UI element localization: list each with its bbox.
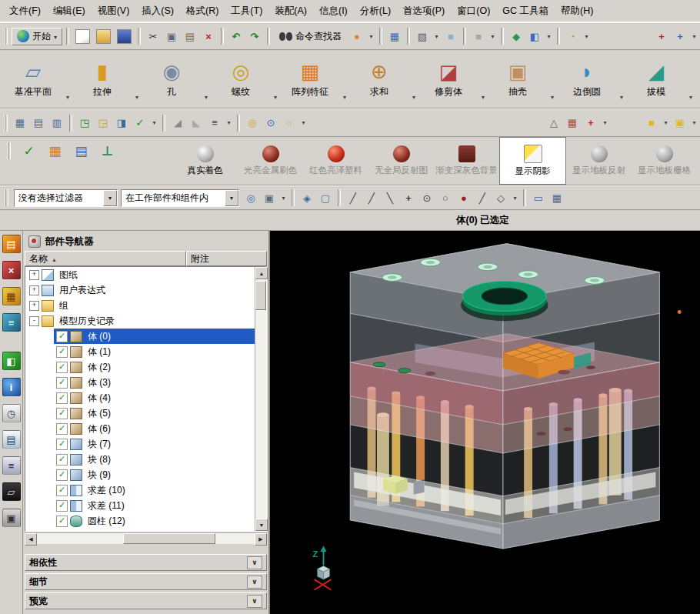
background-swatch-icon[interactable]: ■ bbox=[470, 28, 487, 45]
ribbon-button[interactable]: ▮ 拉伸 bbox=[72, 51, 132, 107]
snap-angle-icon[interactable]: ◎ bbox=[242, 189, 259, 206]
dropdown-caret-icon[interactable]: ▾ bbox=[299, 115, 308, 132]
open-icon[interactable] bbox=[96, 29, 111, 44]
menu-item[interactable]: 编辑(E) bbox=[47, 2, 92, 21]
window-layout-icon[interactable]: ▦ bbox=[386, 28, 403, 45]
tree-checkbox[interactable] bbox=[56, 377, 68, 389]
preview-panel-header[interactable]: 预览 bbox=[25, 592, 267, 609]
menu-item[interactable]: 插入(S) bbox=[135, 2, 180, 21]
tree-node-label[interactable]: 模型历史记录 bbox=[56, 314, 118, 329]
ribbon-button[interactable]: ▦ 阵列特征 bbox=[280, 51, 340, 107]
tree-node-label[interactable]: 体 (3) bbox=[85, 375, 114, 390]
ribbon-dropdown-icon[interactable] bbox=[686, 51, 695, 107]
scroll-down-icon[interactable] bbox=[255, 519, 268, 531]
tree-checkbox[interactable] bbox=[56, 469, 68, 481]
menu-item[interactable]: 窗口(O) bbox=[451, 2, 496, 21]
selection-filter-combo[interactable]: 没有选择过滤器 bbox=[14, 189, 118, 207]
wcs-display-icon[interactable]: + bbox=[653, 28, 670, 45]
bright-brushed-metal-button[interactable]: 光亮金属刷色 bbox=[238, 137, 303, 185]
tree-checkbox[interactable] bbox=[56, 531, 68, 532]
tree-node-label[interactable]: 体 (1) bbox=[85, 345, 114, 359]
datum-grid-icon[interactable]: ▤ bbox=[71, 141, 92, 162]
menu-item[interactable]: 分析(L) bbox=[354, 2, 397, 21]
dropdown-caret-icon[interactable]: ▾ bbox=[662, 115, 670, 132]
pair-select-icon[interactable]: ▭ bbox=[530, 189, 547, 206]
snap-point-on-face-icon[interactable]: ◇ bbox=[492, 189, 509, 206]
reuse-library-icon[interactable]: ≡ bbox=[2, 313, 21, 332]
washer-feature-icon[interactable]: ⊙ bbox=[262, 115, 279, 132]
graphics-viewport[interactable]: Z bbox=[270, 231, 700, 614]
highlight-icon[interactable]: ◈ bbox=[298, 189, 315, 206]
grid-snap-icon[interactable]: ▦ bbox=[548, 189, 565, 206]
ribbon-button[interactable]: ◉ 孔 bbox=[142, 51, 202, 107]
tree-checkbox[interactable] bbox=[56, 485, 68, 496]
paste-icon[interactable]: ▤ bbox=[182, 28, 198, 45]
displayed-part-icon[interactable]: ▦ bbox=[12, 115, 28, 132]
chevron-expand-icon[interactable] bbox=[247, 556, 262, 569]
hd3d-tools-icon[interactable]: ◧ bbox=[2, 352, 21, 370]
combo-dropdown-icon[interactable] bbox=[103, 190, 117, 206]
tree-row[interactable]: 体 (0) bbox=[25, 329, 255, 344]
true-shading-button[interactable]: 真实着色 bbox=[172, 137, 238, 185]
tree-expander-icon[interactable]: + bbox=[29, 285, 39, 295]
dropdown-caret-icon[interactable]: ▾ bbox=[690, 115, 698, 132]
tree-row[interactable]: + 用户表达式 bbox=[25, 282, 255, 298]
scroll-right-icon[interactable] bbox=[255, 533, 267, 546]
tree-checkbox[interactable] bbox=[56, 408, 68, 419]
tree-row[interactable]: + 图纸 bbox=[25, 267, 255, 282]
tree-node-label[interactable]: 体 (5) bbox=[85, 406, 114, 421]
delete-icon[interactable]: × bbox=[200, 28, 217, 45]
column-header-note[interactable]: 附注 bbox=[186, 251, 267, 266]
snap-arc-center-icon[interactable]: ⊙ bbox=[418, 189, 435, 206]
tree-checkbox[interactable] bbox=[56, 516, 68, 527]
tree-checkbox[interactable] bbox=[56, 439, 68, 450]
display-mode-icon[interactable]: ▧ bbox=[414, 28, 431, 45]
menu-item[interactable]: GC 工具箱 bbox=[496, 2, 555, 21]
ribbon-dropdown-icon[interactable] bbox=[202, 51, 211, 107]
menu-item[interactable]: 帮助(H) bbox=[555, 2, 599, 21]
dropdown-caret-icon[interactable]: ▾ bbox=[511, 189, 519, 206]
dropdown-caret-icon[interactable]: ▾ bbox=[150, 115, 158, 132]
tree-node-label[interactable]: 圆柱 (12) bbox=[85, 514, 128, 529]
tree-node-label[interactable]: 用户表达式 bbox=[56, 283, 108, 298]
ribbon-button[interactable]: ◗ 边倒圆 bbox=[557, 51, 617, 107]
layer-settings-icon[interactable]: ▤ bbox=[30, 115, 47, 132]
horizontal-scrollbar[interactable] bbox=[25, 532, 267, 544]
import-icon[interactable]: ◳ bbox=[76, 115, 93, 132]
tree-row[interactable]: 体 (1) bbox=[25, 344, 255, 359]
snap-midpoint-icon[interactable]: ╱ bbox=[363, 189, 380, 206]
dropdown-caret-icon[interactable]: ▾ bbox=[582, 28, 591, 45]
assembly-navigator-icon[interactable]: ▤ bbox=[2, 235, 21, 253]
snap-point-icon[interactable]: ● bbox=[455, 189, 472, 206]
ribbon-dropdown-icon[interactable] bbox=[271, 51, 280, 107]
tree-node-label[interactable]: 求差 (10) bbox=[85, 483, 128, 498]
ribbon-button[interactable]: ▣ 抽壳 bbox=[488, 51, 548, 107]
details-panel-header[interactable]: 细节 bbox=[25, 573, 267, 590]
toolbar-grip[interactable] bbox=[4, 115, 8, 132]
tree-node-label[interactable]: 圆柱 (13) bbox=[85, 529, 128, 532]
menu-item[interactable]: 工具(T) bbox=[225, 2, 268, 21]
tree-row[interactable]: 体 (4) bbox=[25, 390, 255, 405]
ribbon-dropdown-icon[interactable] bbox=[340, 51, 349, 107]
selection-mode-icon[interactable]: ▣ bbox=[261, 189, 278, 206]
draft-analysis-icon[interactable]: ◢ bbox=[169, 115, 186, 132]
vertical-scrollbar-thumb[interactable] bbox=[255, 281, 266, 310]
tree-checkbox[interactable] bbox=[56, 346, 68, 358]
dropdown-caret-icon[interactable]: ▾ bbox=[488, 28, 497, 45]
web-browser-icon[interactable]: i bbox=[2, 378, 21, 396]
tree-row[interactable]: 求差 (10) bbox=[25, 482, 255, 498]
tree-node-label[interactable]: 体 (0) bbox=[85, 329, 114, 344]
menu-item[interactable]: 首选项(P) bbox=[397, 2, 451, 21]
ribbon-dropdown-icon[interactable] bbox=[132, 51, 142, 107]
dropdown-caret-icon[interactable]: ▾ bbox=[545, 28, 553, 45]
dropdown-caret-icon[interactable]: ▾ bbox=[432, 28, 441, 45]
red-glossy-plastic-button[interactable]: 红色亮泽塑料 bbox=[303, 137, 368, 185]
finish-sketch-icon[interactable]: ✓ bbox=[18, 141, 39, 162]
undo-icon[interactable]: ↶ bbox=[228, 28, 245, 45]
tree-node-label[interactable]: 体 (4) bbox=[85, 391, 114, 405]
dropdown-caret-icon[interactable]: ▾ bbox=[225, 115, 233, 132]
no-global-reflection-button[interactable]: 无全局反射图 bbox=[368, 137, 434, 185]
tree-row[interactable]: 圆柱 (12) bbox=[25, 513, 255, 529]
tree-checkbox[interactable] bbox=[56, 392, 68, 404]
csys-icon[interactable]: ⊥ bbox=[97, 141, 118, 162]
